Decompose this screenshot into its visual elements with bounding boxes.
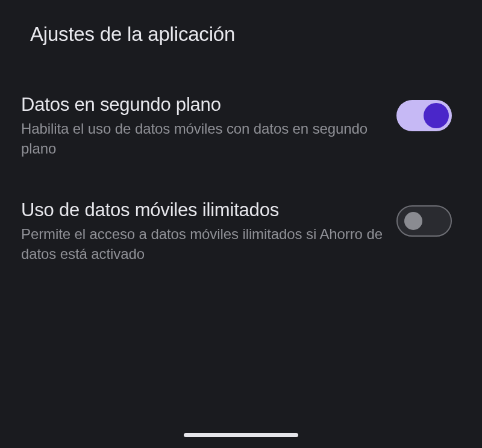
settings-header: Ajustes de la aplicación: [0, 0, 482, 60]
navigation-bar-handle[interactable]: [184, 433, 298, 437]
setting-subtitle: Permite el acceso a datos móviles ilimit…: [21, 225, 384, 264]
setting-item-unlimited-data[interactable]: Uso de datos móviles ilimitados Permite …: [0, 182, 482, 288]
setting-subtitle: Habilita el uso de datos móviles con dat…: [21, 119, 384, 158]
page-title: Ajustes de la aplicación: [30, 23, 452, 46]
setting-text: Datos en segundo plano Habilita el uso d…: [21, 93, 396, 158]
toggle-thumb-icon: [404, 212, 422, 230]
toggle-thumb-icon: [424, 103, 449, 128]
toggle-background-data[interactable]: [396, 100, 452, 131]
settings-list: Datos en segundo plano Habilita el uso d…: [0, 60, 482, 288]
toggle-unlimited-data[interactable]: [396, 205, 452, 237]
setting-item-background-data[interactable]: Datos en segundo plano Habilita el uso d…: [0, 77, 482, 182]
setting-title: Datos en segundo plano: [21, 93, 384, 117]
setting-text: Uso de datos móviles ilimitados Permite …: [21, 198, 396, 264]
setting-title: Uso de datos móviles ilimitados: [21, 198, 384, 222]
